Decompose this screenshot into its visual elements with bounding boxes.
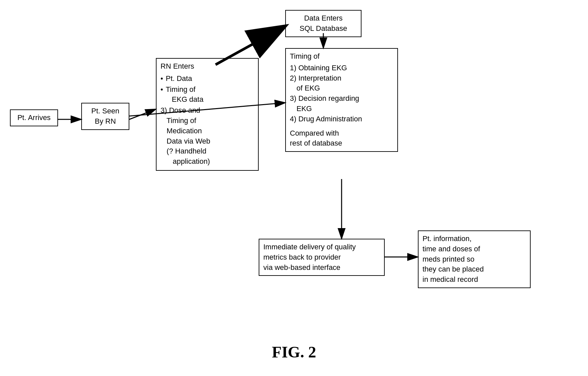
rn-bullet-2: • Timing of EKG data [161,85,254,105]
timing-item1: 1) Obtaining EKG [290,63,393,73]
timing-item2: 2) Interpretation [290,73,393,84]
rn-bullet-1: • Pt. Data [161,74,254,84]
delivery-label: Immediate delivery of qualitymetrics bac… [263,243,356,272]
delivery-box: Immediate delivery of qualitymetrics bac… [259,239,385,276]
sql-label: Data EntersSQL Database [299,14,347,32]
pt-arrives-label: Pt. Arrives [17,113,50,122]
arrow-seen-to-rn-enters [129,109,155,119]
timing-item3b: EKG [290,104,393,114]
timing-item4: 4) Drug Administration [290,114,393,124]
compared-with: Compared withrest of database [290,128,393,149]
sql-database-box: Data EntersSQL Database [285,10,361,37]
rn-enters-title: RN Enters [161,61,254,72]
rn-item-3: 3) Dose and Timing of Medication Data vi… [161,105,254,167]
pt-info-label: Pt. information,time and doses ofmeds pr… [423,234,484,283]
timing-item3: 3) Decision regarding [290,94,393,104]
pt-seen-box: Pt. SeenBy RN [81,103,129,130]
timing-title: Timing of [290,51,393,62]
pt-arrives-box: Pt. Arrives [10,109,58,126]
rn-enters-box: RN Enters • Pt. Data • Timing of EKG dat… [156,58,259,171]
figure-caption: FIG. 2 [272,343,316,361]
timing-box: Timing of 1) Obtaining EKG 2) Interpreta… [285,48,398,152]
pt-seen-label: Pt. SeenBy RN [91,107,119,125]
timing-item2b: of EKG [290,83,393,94]
pt-info-box: Pt. information,time and doses ofmeds pr… [418,230,531,288]
